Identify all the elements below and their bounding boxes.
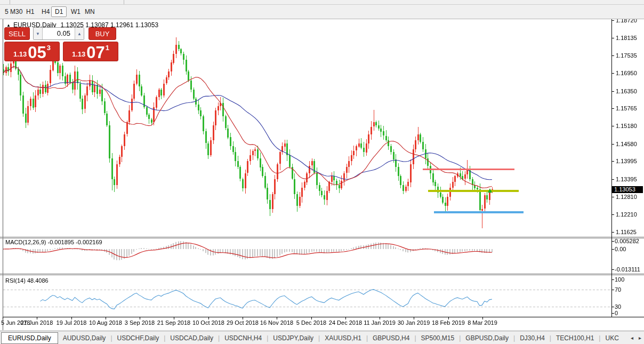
chart-tab-bar: EURUSD,DailyAUDUSD,Daily|USDCHF,Daily|US… — [0, 331, 644, 344]
date-axis-label: 5 Dec 2018 — [296, 319, 326, 326]
buy-button[interactable]: BUY — [88, 27, 116, 40]
tab-scroll-left-icon[interactable]: ◂ — [630, 335, 634, 341]
chart-tab-audusd-daily[interactable]: AUDUSD,Daily — [58, 332, 111, 344]
current-price-tag: 1.13053 — [612, 186, 643, 193]
rsi-header: RSI(14) 48.4086 — [5, 277, 49, 284]
toolbar-separator — [124, 0, 124, 4]
rsi-axis-label: 70 — [615, 286, 621, 293]
volume-stepper: ▼ 0.05 ▲ — [33, 27, 84, 40]
date-axis-label: 27 Jun 2018 — [21, 319, 53, 326]
rsi-axis-label: 100 — [615, 276, 624, 283]
macd-axis-label: 0.00 — [615, 246, 626, 252]
sell-button[interactable]: SELL — [4, 27, 30, 40]
chart-tab-sp500-m15[interactable]: SP500,M15 — [416, 332, 460, 344]
date-axis-label: 30 Jan 2019 — [398, 319, 430, 326]
buy-price-prefix: 1.13 — [72, 50, 85, 58]
date-axis-label: 18 Feb 2019 — [432, 319, 465, 326]
sell-price-sup: 3 — [47, 44, 51, 52]
timeframe-button-h1[interactable]: H1 — [22, 6, 38, 17]
timeframe-toolbar: 5M30H1H4D1W1MN — [0, 5, 644, 19]
price-axis-label: 1.13395 — [616, 176, 637, 182]
price-axis-label: 1.11625 — [616, 229, 637, 235]
price-axis-label: 1.14580 — [616, 141, 637, 147]
chart-tab-usdcad-daily[interactable]: USDCAD,Daily — [165, 332, 218, 344]
date-axis-label: 19 Jul 2018 — [57, 319, 87, 326]
timeframe-button-d1[interactable]: D1 — [51, 6, 67, 17]
date-axis-label: 10 Oct 2018 — [192, 319, 224, 326]
date-axis-label: 8 Mar 2019 — [468, 319, 497, 326]
toolbar-separator — [10, 0, 10, 4]
price-axis-label: 1.15765 — [616, 105, 637, 111]
price-axis-label: 1.18135 — [616, 35, 637, 41]
chart-tab-eurusd-daily[interactable]: EURUSD,Daily — [1, 332, 58, 344]
price-axis-label: 1.13995 — [616, 158, 637, 164]
date-axis-label: 10 Aug 2018 — [89, 319, 122, 326]
volume-decrease-icon[interactable]: ▼ — [34, 28, 43, 39]
price-axis-label: 1.17535 — [616, 52, 637, 59]
volume-increase-icon[interactable]: ▲ — [75, 28, 84, 39]
price-axis-label: 1.12810 — [616, 194, 637, 200]
chart-tab-tech100-h1[interactable]: TECH100,H1 — [551, 332, 599, 344]
chart-tab-gbpusd-daily[interactable]: GBPUSD,Daily — [461, 332, 513, 344]
rsi-axis-label: 30 — [615, 303, 621, 310]
buy-price-big: 07 — [86, 45, 104, 60]
date-axis-label: 3 Sep 2018 — [125, 319, 155, 326]
price-axis-label: 1.15180 — [616, 123, 637, 129]
date-axis-label: 21 Sep 2018 — [157, 319, 190, 326]
tab-scroll-right-icon[interactable]: ▸ — [638, 335, 642, 341]
date-axis-label: 16 Nov 2018 — [260, 319, 293, 326]
macd-axis-label: 0.005282 — [615, 238, 639, 244]
price-axis-label: 1.16350 — [616, 88, 637, 94]
date-axis-label: 29 Oct 2018 — [227, 319, 259, 326]
one-click-trade-panel: SELL ▼ 0.05 ▲ BUY 1.13 05 3 1.13 07 1 — [4, 27, 118, 61]
sell-price-big: 05 — [28, 45, 46, 60]
chart-tab-usdchf-daily[interactable]: USDCHF,Daily — [112, 332, 164, 344]
chart-tab-ukc[interactable]: UKC — [600, 332, 623, 344]
sell-price-box[interactable]: 1.13 05 3 — [4, 42, 60, 61]
top-toolbar-strip — [0, 0, 644, 5]
chart-tab-usdjpy-daily[interactable]: USDJPY,Daily — [268, 332, 318, 344]
volume-input[interactable]: 0.05 — [43, 28, 75, 39]
macd-axis-label: -0.013111 — [615, 266, 640, 273]
buy-price-sup: 1 — [106, 44, 109, 52]
price-axis-label: 1.16950 — [616, 70, 637, 76]
chart-tab-usdcnh-h4[interactable]: USDCNH,H4 — [220, 332, 267, 344]
chart-tab-gbpusd-h4[interactable]: GBPUSD,H4 — [368, 332, 414, 344]
date-axis-label: 11 Jan 2019 — [364, 319, 396, 326]
rsi-axis-label: 0 — [615, 310, 618, 316]
macd-header: MACD(12,26,9) -0.001895 -0.002169 — [5, 239, 102, 245]
price-axis-label: 1.12210 — [616, 211, 637, 218]
chart-tab-xauusd-h1[interactable]: XAUUSD,H1 — [320, 332, 366, 344]
buy-price-box[interactable]: 1.13 07 1 — [63, 42, 118, 61]
chart-tab-dj30-h4[interactable]: DJ30,H4 — [515, 332, 550, 344]
date-axis-label: 24 Dec 2018 — [329, 319, 362, 326]
sell-price-prefix: 1.13 — [13, 50, 27, 58]
timeframe-button-mn[interactable]: MN — [81, 6, 99, 17]
